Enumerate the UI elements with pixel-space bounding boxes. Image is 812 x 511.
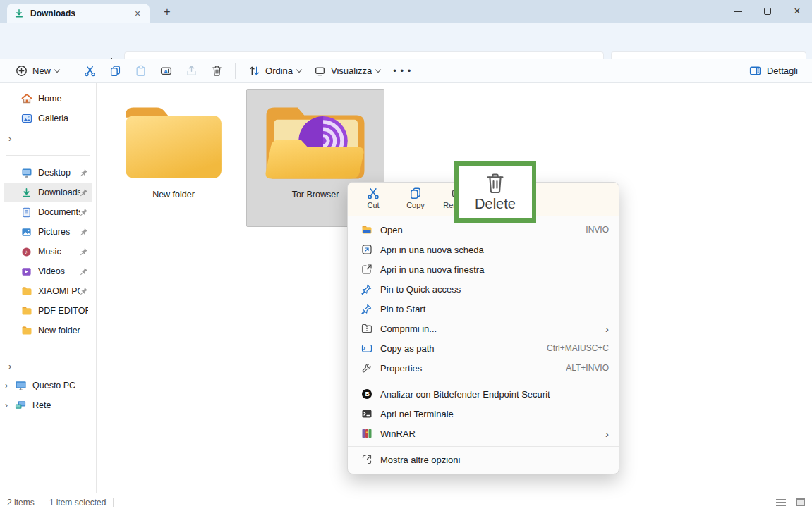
details-button-label: Dettagli	[767, 66, 798, 76]
sidebar-item-documents[interactable]: Documents	[4, 202, 92, 222]
menu-item-copy-as-path[interactable]: Copy as path Ctrl+MAIUSC+C	[348, 338, 619, 358]
view-icon	[313, 64, 327, 78]
sidebar-item-pdf-editor[interactable]: PDF EDITOR	[4, 301, 92, 321]
share-button[interactable]	[178, 61, 204, 81]
pin-icon	[80, 247, 88, 256]
close-button[interactable]: ×	[782, 0, 812, 23]
tor-browser-folder-icon	[260, 101, 371, 185]
annotation-label: Delete	[475, 196, 516, 212]
pin-icon	[360, 303, 372, 315]
copy-button[interactable]	[102, 61, 128, 81]
sidebar-item-label: New folder	[38, 326, 88, 335]
cut-button[interactable]	[77, 61, 102, 81]
new-button[interactable]: New	[8, 61, 65, 81]
pin-icon	[80, 188, 88, 197]
maximize-button[interactable]	[753, 0, 782, 23]
pin-icon	[360, 283, 372, 295]
music-icon: ♪	[20, 246, 32, 258]
sidebar-item-music[interactable]: ♪ Music	[4, 242, 92, 261]
sidebar-item-new-folder[interactable]: New folder	[4, 321, 92, 340]
sidebar-item-home[interactable]: Home	[4, 89, 92, 109]
sidebar-item-galleria[interactable]: Galleria	[4, 109, 92, 128]
view-button[interactable]: Visualizza	[307, 61, 386, 81]
sidebar-item-desktop[interactable]: Desktop	[4, 163, 92, 183]
delete-button[interactable]	[204, 61, 229, 81]
large-icons-view-button[interactable]	[796, 498, 805, 506]
paste-button[interactable]	[128, 61, 153, 81]
items-count: 2 items	[7, 498, 35, 507]
sidebar-item-pictures[interactable]: Pictures	[4, 222, 92, 242]
submenu-arrow-icon: ›	[605, 324, 609, 334]
rename-icon: A	[159, 64, 173, 78]
svg-text:A: A	[164, 68, 168, 75]
statusbar-divider	[113, 498, 114, 507]
tree-expander[interactable]: ›	[0, 128, 96, 148]
menu-item-bitdefender-scan[interactable]: B Analizar con Bitdefender Endpoint Secu…	[348, 384, 619, 404]
pin-icon	[80, 208, 88, 216]
rename-button[interactable]: A	[153, 61, 178, 81]
new-tab-button[interactable]: +	[159, 6, 175, 18]
home-icon	[20, 93, 32, 105]
titlebar: Downloads × + ×	[0, 0, 812, 23]
videos-icon	[20, 266, 32, 278]
new-button-label: New	[32, 66, 51, 76]
sidebar-item-label: Galleria	[38, 113, 88, 123]
more-options-button[interactable]: • • •	[386, 66, 418, 76]
tab-downloads[interactable]: Downloads ×	[7, 4, 150, 23]
view-button-label: Visualizza	[331, 66, 372, 76]
sort-button[interactable]: Ordina	[241, 61, 307, 81]
context-copy-button[interactable]: Copy	[400, 187, 431, 209]
tab-title: Downloads	[30, 8, 131, 18]
tree-expander[interactable]: ›	[0, 356, 96, 376]
tree-expander[interactable]: ›	[5, 400, 12, 410]
tree-expander[interactable]: ›	[5, 381, 12, 390]
trash-icon	[485, 172, 506, 195]
pc-icon	[15, 380, 27, 392]
sidebar-item-videos[interactable]: Videos	[4, 261, 92, 281]
menu-item-open-new-tab[interactable]: Apri in una nuova scheda	[348, 240, 619, 259]
minimize-button[interactable]	[723, 0, 753, 23]
chevron-down-icon	[296, 67, 302, 73]
menu-item-winrar[interactable]: WinRAR ›	[348, 424, 619, 443]
menu-separator	[348, 446, 619, 447]
context-copy-label: Copy	[406, 201, 425, 209]
delete-highlight-annotation[interactable]: Delete	[454, 161, 536, 223]
pin-icon	[80, 228, 88, 236]
sidebar-item-rete[interactable]: › Rete	[4, 395, 92, 415]
menu-item-show-more-options[interactable]: Mostra altre opzioni	[348, 450, 619, 469]
context-cut-button[interactable]: Cut	[358, 187, 389, 209]
file-tile-new-folder[interactable]: New folder	[104, 90, 243, 228]
details-pane-icon	[749, 64, 763, 78]
menu-item-open-new-window[interactable]: Apri in una nuova finestra	[348, 259, 619, 279]
sidebar-item-label: PDF EDITOR	[38, 306, 88, 316]
menu-item-pin-to-start[interactable]: Pin to Start	[348, 299, 619, 319]
desktop-icon	[20, 167, 32, 179]
sidebar-item-questo-pc[interactable]: › Questo PC	[4, 376, 92, 395]
sidebar-item-xiaomi-poco[interactable]: XIAOMI POCO F	[4, 281, 92, 301]
copy-icon	[108, 64, 122, 78]
winrar-icon	[360, 428, 372, 440]
folder-icon	[20, 305, 32, 317]
file-list-area[interactable]: New folder	[97, 83, 812, 493]
details-view-button[interactable]	[776, 499, 786, 506]
menu-item-compress[interactable]: Comprimi in... ›	[348, 319, 619, 338]
pin-icon	[80, 287, 88, 295]
context-cut-label: Cut	[367, 201, 379, 209]
sidebar-item-label: Videos	[38, 266, 80, 276]
network-icon	[15, 400, 27, 412]
menu-item-pin-quick-access[interactable]: Pin to Quick access	[348, 279, 619, 299]
sidebar-item-downloads[interactable]: Downloads	[4, 183, 92, 202]
pictures-icon	[20, 226, 32, 238]
wrench-icon	[360, 362, 372, 374]
tab-close-icon[interactable]: ×	[131, 8, 144, 19]
sidebar-item-label: Music	[38, 247, 80, 257]
sidebar-item-label: Desktop	[38, 168, 80, 178]
menu-item-open[interactable]: Open INVIO	[348, 220, 619, 240]
selection-count: 1 item selected	[49, 498, 107, 507]
menu-item-open-terminal[interactable]: Apri nel Terminale	[348, 404, 619, 424]
open-new-window-icon	[360, 264, 372, 276]
menu-item-properties[interactable]: Properties ALT+INVIO	[348, 358, 619, 378]
details-pane-button[interactable]: Dettagli	[743, 61, 804, 81]
paste-icon	[133, 64, 147, 78]
sort-icon	[247, 64, 261, 78]
